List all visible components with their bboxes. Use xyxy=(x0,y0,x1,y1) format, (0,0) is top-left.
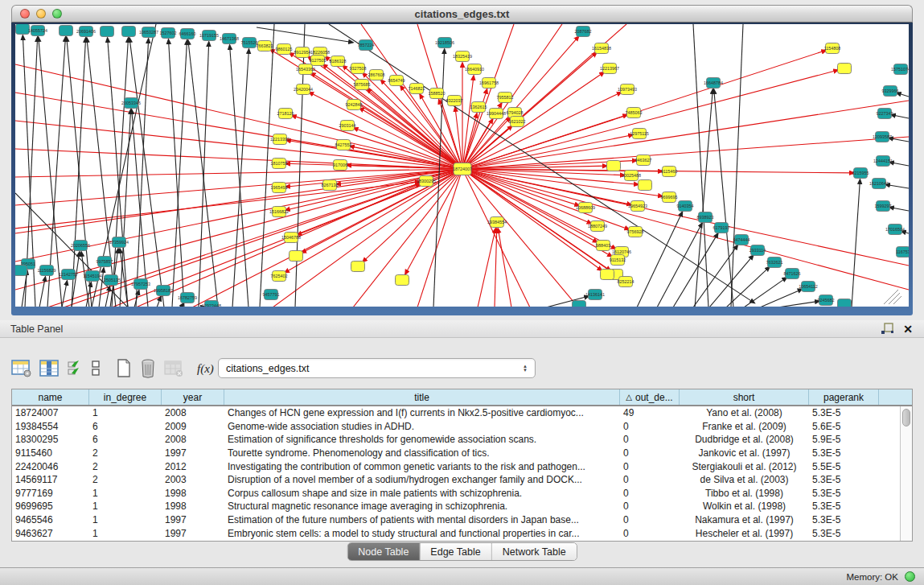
graph-node[interactable]: 10719155 xyxy=(199,31,219,41)
graph-node[interactable]: 17957253 xyxy=(131,279,150,290)
column-header-in_degree[interactable]: in_degree xyxy=(89,389,162,405)
graph-node[interactable]: 12975115 xyxy=(630,129,649,139)
close-panel-icon[interactable]: ✕ xyxy=(903,323,913,336)
scrollbar-thumb[interactable] xyxy=(902,409,910,426)
table-row[interactable]: 1938455462009Genome-wide association stu… xyxy=(12,420,900,434)
import-table-icon[interactable] xyxy=(164,360,183,377)
tab-edge-table[interactable]: Edge Table xyxy=(420,543,491,560)
memory-status-indicator[interactable] xyxy=(905,571,915,582)
graph-node[interactable]: 8912954 xyxy=(294,47,311,58)
graph-node[interactable]: 12213393 xyxy=(270,134,290,145)
citation-edge-black[interactable] xyxy=(329,24,754,303)
graph-node[interactable]: 10653287 xyxy=(139,27,158,38)
citation-edge-black[interactable] xyxy=(39,277,45,307)
citation-edge-red[interactable] xyxy=(498,229,511,307)
table-row[interactable]: 1456911722003Disruption of a novel membe… xyxy=(12,473,900,487)
graph-node[interactable]: 14671368 xyxy=(220,34,239,44)
row-height-icon[interactable] xyxy=(91,360,101,377)
float-panel-icon[interactable] xyxy=(881,323,895,336)
function-builder-icon[interactable]: f(x) xyxy=(197,362,214,376)
citation-edge-black[interactable] xyxy=(744,278,786,307)
graph-node[interactable] xyxy=(101,27,114,37)
graph-node[interactable]: 2718126 xyxy=(277,109,294,119)
citation-edge-black[interactable] xyxy=(897,93,909,97)
graph-node[interactable]: 9242848 xyxy=(346,100,363,110)
graph-node[interactable]: 7625402 xyxy=(271,271,288,282)
graph-node[interactable] xyxy=(601,270,614,280)
graph-node[interactable]: 16154838 xyxy=(592,43,611,54)
graph-node[interactable] xyxy=(607,161,621,171)
graph-node[interactable]: 18325419 xyxy=(453,51,472,62)
graph-node[interactable] xyxy=(838,64,852,74)
graph-node[interactable] xyxy=(60,26,73,36)
graph-node[interactable] xyxy=(396,275,409,286)
graph-node[interactable] xyxy=(639,180,652,191)
graph-node[interactable]: 8654749 xyxy=(388,76,405,86)
citation-edge-black[interactable] xyxy=(199,42,209,307)
graph-node[interactable]: 23420044 xyxy=(294,84,313,95)
graph-node[interactable]: 7857224 xyxy=(358,40,375,51)
graph-node[interactable]: 10688609 xyxy=(576,203,595,213)
graph-node[interactable]: 20053346 xyxy=(121,98,141,109)
graph-node[interactable]: 19958187 xyxy=(154,286,173,296)
graph-node[interactable]: 2087682 xyxy=(575,27,592,37)
graph-node[interactable]: 7515526 xyxy=(241,38,258,48)
citation-edge-red[interactable] xyxy=(462,169,592,224)
graph-node[interactable]: 1588520 xyxy=(429,89,446,99)
network-view[interactable]: 1405572420691406106532871527602646616010… xyxy=(15,24,909,307)
tab-network-table[interactable]: Network Table xyxy=(492,543,577,560)
citation-edge-black[interactable] xyxy=(232,49,248,307)
graph-node[interactable]: 917006 xyxy=(333,160,347,171)
citation-edge-black[interactable] xyxy=(731,24,743,307)
graph-node[interactable]: 10654112 xyxy=(799,282,818,292)
graph-node[interactable]: 988403 xyxy=(596,241,610,251)
column-header-name[interactable]: name xyxy=(12,389,89,405)
graph-node[interactable]: 14055724 xyxy=(28,26,47,36)
graph-node[interactable]: 1621022 xyxy=(509,117,526,127)
citation-edge-black[interactable] xyxy=(62,281,67,307)
graph-node[interactable]: 18807249 xyxy=(588,221,607,232)
graph-node[interactable]: 15046788 xyxy=(281,233,301,243)
network-canvas[interactable]: 1405572420691406106532871527602646616010… xyxy=(15,24,909,307)
citation-edge-black[interactable] xyxy=(230,45,248,307)
graph-node[interactable]: 8252214 xyxy=(618,277,634,287)
graph-node[interactable]: 9115132 xyxy=(610,255,626,266)
delete-table-icon[interactable] xyxy=(139,359,157,378)
table-row[interactable]: 946362711997Embryonic stem cells: a mode… xyxy=(12,526,900,540)
citation-edge-red[interactable] xyxy=(462,169,909,290)
citation-edge-red[interactable] xyxy=(307,56,462,169)
graph-node[interactable]: 20206556 xyxy=(71,241,90,251)
graph-node[interactable]: 8267130 xyxy=(322,180,339,191)
tab-node-table[interactable]: Node Table xyxy=(347,543,420,560)
table-row[interactable]: 977716911998Corpus callosum shape and si… xyxy=(12,487,900,501)
graph-node[interactable]: 8322037 xyxy=(446,96,463,106)
graph-node[interactable]: 9245682 xyxy=(818,295,835,306)
table-row[interactable]: 1830029562008Estimation of significance … xyxy=(12,433,900,447)
graph-node[interactable]: 9756928 xyxy=(627,227,644,237)
graph-node[interactable] xyxy=(573,301,586,307)
graph-node[interactable]: 20691406 xyxy=(76,27,96,37)
graph-node[interactable]: 9227343 xyxy=(877,109,893,119)
citation-edge-red[interactable] xyxy=(478,229,495,307)
citation-edge-red[interactable] xyxy=(47,169,462,307)
graph-node[interactable]: 12505135 xyxy=(101,275,121,286)
graph-node[interactable]: 7485063 xyxy=(626,108,643,118)
graph-node[interactable]: 9860125 xyxy=(276,44,293,55)
graph-node[interactable]: 8186328 xyxy=(330,56,347,67)
graph-node[interactable]: 116753 xyxy=(896,247,909,257)
show-columns-icon[interactable] xyxy=(39,360,60,377)
table-row[interactable]: 2242004622012Investigating the contribut… xyxy=(12,459,900,473)
citation-edge-black[interactable] xyxy=(885,184,909,188)
citation-edge-red[interactable] xyxy=(136,183,421,307)
graph-node[interactable]: 14136141 xyxy=(585,290,605,300)
graph-node[interactable]: 5875685 xyxy=(354,80,371,90)
graph-node[interactable]: 9127505 xyxy=(310,56,326,66)
graph-node[interactable]: 9474444 xyxy=(733,235,750,245)
graph-node[interactable]: 16640910 xyxy=(465,64,484,75)
citation-edge-black[interactable] xyxy=(891,115,909,118)
graph-node[interactable]: 8427552 xyxy=(335,140,352,150)
citation-edge-black[interactable] xyxy=(112,38,129,307)
citation-edge-black[interactable] xyxy=(105,286,109,307)
citation-edge-red[interactable] xyxy=(15,149,462,169)
graph-node[interactable]: 19384554 xyxy=(487,217,507,228)
